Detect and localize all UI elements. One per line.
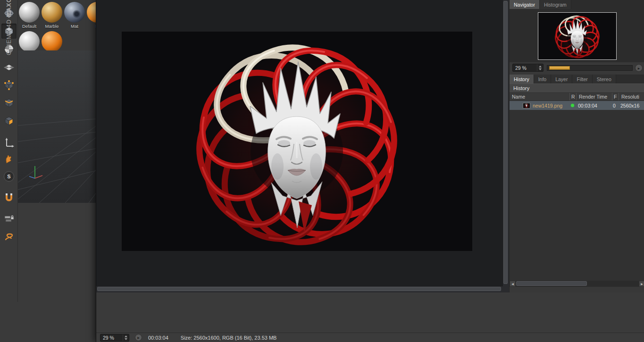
material-item[interactable]: Marble — [41, 1, 63, 30]
render-done-dot — [571, 104, 574, 107]
status-image-info: Size: 2560x1600, RGB (16 Bit), 23.53 MB — [181, 335, 277, 341]
tab-filter[interactable]: Filter — [572, 75, 592, 83]
viewer-vscrollbar[interactable] — [503, 0, 509, 286]
navigator-body — [510, 9, 644, 62]
zoom-stepper[interactable] — [537, 64, 543, 71]
play-icon: ▶ — [137, 336, 140, 339]
viewer-area[interactable] — [96, 0, 509, 292]
column-f: F — [612, 93, 619, 100]
pv-statusbar: 29 % ▶ 00:03:04 Size: 2560x1600, RGB (16… — [96, 333, 644, 342]
zoom-slider-thumb[interactable] — [549, 66, 570, 70]
scroll-left-button[interactable]: ◀ — [510, 281, 516, 287]
edges-mode-button[interactable] — [1, 95, 17, 110]
navigator-thumbnail-art — [538, 13, 616, 59]
status-render-time: 00:03:04 — [148, 335, 168, 341]
tab-info[interactable]: Info — [534, 75, 552, 83]
status-zoom-value: 29 % — [100, 335, 114, 341]
tab-info-label: Info — [538, 76, 547, 82]
material-label: Li — [86, 24, 96, 29]
history-row-resolution: 2560x16 — [618, 101, 644, 110]
column-name: Name — [510, 93, 570, 100]
tab-stereo-label: Stereo — [597, 76, 611, 82]
maxon-branding: CINEMA 4D MAXON — [0, 0, 18, 55]
render-art — [122, 32, 472, 251]
material-item[interactable]: Mat — [63, 1, 86, 30]
tab-stereo[interactable]: Stereo — [593, 75, 616, 83]
play-button[interactable]: ▶ — [135, 334, 142, 341]
magnet-tool-button[interactable] — [1, 190, 17, 205]
panel-hscrollbar[interactable]: ◀ ▶ — [510, 281, 644, 287]
coordinates-button[interactable] — [1, 229, 17, 244]
tab-histogram-label: Histogram — [544, 2, 567, 8]
layers-lock-button[interactable] — [1, 211, 17, 226]
navigator-tabs: Navigator Histogram — [510, 0, 644, 9]
tab-filter-label: Filter — [577, 76, 587, 82]
branding-maxon: MAXON — [6, 0, 12, 17]
branding-cinema4d: CINEMA 4D — [6, 19, 12, 55]
tab-layer[interactable]: Layer — [551, 75, 572, 83]
material-sphere-marble[interactable] — [42, 2, 62, 23]
material-sphere-default[interactable] — [19, 2, 40, 23]
history-row-render-time: 00:03:04 — [576, 101, 611, 110]
status-zoom-field[interactable]: 29 % — [100, 334, 129, 342]
tab-history[interactable]: History — [510, 75, 534, 83]
tab-navigator[interactable]: Navigator — [510, 0, 540, 9]
tab-history-label: History — [514, 76, 529, 82]
history-section-header: History — [510, 83, 644, 93]
zoom-value: 29 % — [513, 65, 527, 71]
snap-settings-button[interactable]: S — [1, 169, 17, 184]
cinema4d-window: CINEMA 4D R20.026 Studio (RC - File Edit… — [0, 0, 96, 342]
axis-mode-button[interactable] — [1, 135, 17, 150]
history-row-f: 0 — [611, 101, 618, 110]
scroll-right-button[interactable]: ▶ — [639, 281, 644, 287]
history-table-header[interactable]: Name R Render Time F Resoluti — [510, 93, 644, 101]
tab-navigator-label: Navigator — [514, 2, 535, 8]
screen: CINEMA 4D R20.026 Studio (RC - File Edit… — [0, 0, 644, 342]
history-section-title: History — [513, 85, 529, 91]
navigator-zoom-row: 29 % ▶ — [510, 63, 644, 74]
history-row-thumbnail — [523, 103, 530, 108]
material-sphere-partial-2[interactable] — [42, 31, 62, 50]
material-sphere-li[interactable] — [87, 2, 96, 23]
zoom-fit-arrow-icon: ▶ — [638, 67, 640, 70]
workplane-mode-button[interactable] — [1, 59, 17, 75]
rendered-image[interactable] — [122, 32, 472, 251]
zoom-slider-track[interactable] — [547, 65, 633, 71]
material-item[interactable]: Default — [18, 1, 41, 30]
viewer-hscrollbar[interactable] — [96, 286, 509, 292]
polygons-mode-button[interactable] — [1, 113, 17, 128]
points-mode-button[interactable] — [1, 77, 17, 92]
tab-layer-label: Layer — [555, 76, 568, 82]
history-row-selected[interactable]: new1419.png 00:03:04 0 2560x16 — [510, 101, 644, 110]
picture-viewer-window: Picture Viewer × File Edit View Compare … — [96, 0, 644, 342]
pv-right-panel: Navigator Histogram 29 % ▶ — [509, 0, 644, 292]
history-row-status — [569, 104, 576, 107]
history-empty-area[interactable] — [510, 110, 644, 281]
material-label: Default — [18, 24, 41, 29]
detail-tabs: History Info Layer Filter Stereo — [510, 75, 644, 83]
column-r: R — [570, 93, 577, 100]
viewer-vscroll-thumb[interactable] — [503, 1, 508, 284]
material-sphere-partial-1[interactable] — [19, 31, 40, 50]
column-resolution: Resoluti — [619, 93, 644, 100]
snap-letter: S — [7, 174, 10, 179]
tab-histogram[interactable]: Histogram — [540, 0, 571, 9]
history-row-name: new1419.png — [530, 101, 569, 110]
material-label: Mat — [63, 24, 86, 29]
texture-tool-button[interactable] — [1, 152, 17, 167]
zoom-field[interactable]: 29 % — [512, 64, 544, 72]
status-zoom-stepper[interactable] — [123, 334, 129, 341]
material-browser: Default Marble Mat Li — [18, 0, 96, 50]
panel-hscroll-thumb[interactable] — [516, 281, 587, 286]
zoom-fit-button[interactable]: ▶ — [635, 64, 643, 72]
material-sphere-mat[interactable] — [64, 2, 85, 23]
material-label: Marble — [41, 24, 63, 29]
material-item[interactable]: Li — [86, 1, 96, 30]
viewer-hscroll-thumb[interactable] — [97, 287, 501, 291]
column-render-time: Render Time — [577, 93, 612, 100]
navigator-thumbnail[interactable] — [538, 12, 617, 60]
